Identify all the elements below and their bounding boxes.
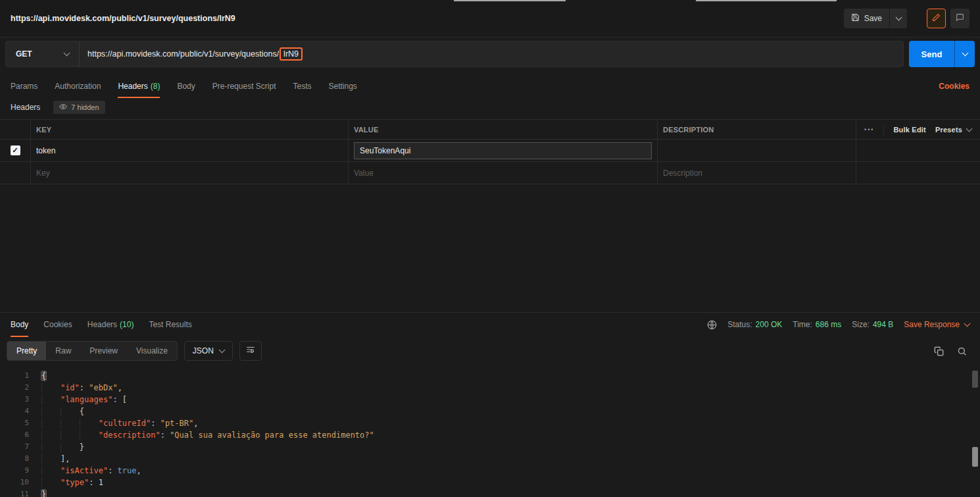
wrap-lines-button[interactable] [239,341,262,361]
tab-settings[interactable]: Settings [329,74,357,98]
chevron-down-icon [218,347,225,353]
response-header: Body Cookies Headers(10) Test Results St… [0,312,980,337]
presets-dropdown[interactable]: Presets [935,126,971,134]
eye-icon [59,103,67,112]
size-badge: Size:494 B [852,320,893,329]
status-badge: Status:200 OK [727,320,782,329]
tab-params[interactable]: Params [11,74,37,98]
new-description-input[interactable]: Description [658,162,856,184]
response-tab-body[interactable]: Body [11,313,28,337]
code-line: 1{ [0,370,980,382]
view-pretty[interactable]: Pretty [7,342,46,360]
response-headers-count: (10) [120,320,134,329]
hidden-headers-label: 7 hidden [71,103,99,111]
code-line: 3 "languages": [ [0,394,980,405]
send-button[interactable]: Send [909,41,954,67]
column-key: KEY [31,120,349,139]
headers-count: (8) [151,82,160,91]
code-line: 2 "id": "ebDx", [0,382,980,394]
divider [883,124,884,135]
column-description: DESCRIPTION [658,120,856,139]
code-line: 4 { [0,405,980,417]
view-preview[interactable]: Preview [80,342,127,360]
new-key-input[interactable]: Key [31,162,349,184]
code-line: 9 "isActive": true, [0,465,980,477]
tab-icon-buttons [927,9,969,28]
header-row-token: token SeuTokenAqui [0,140,980,162]
format-select[interactable]: JSON [184,341,233,361]
scrollbar-thumb[interactable] [972,371,978,388]
more-options-icon[interactable]: ••• [864,126,874,133]
method-label: GET [16,49,32,59]
tab-strip-decoration [696,0,837,1]
save-label: Save [864,14,882,23]
topbar-actions: Save [844,9,969,28]
response-code: 1{2 "id": "ebDx",3 "languages": [4 {5 "c… [0,370,980,497]
code-line: 10 "type": 1 [0,477,980,488]
pencil-icon [932,13,941,24]
row-actions-cell [856,162,980,184]
hidden-headers-toggle[interactable]: 7 hidden [53,101,105,114]
network-info-button[interactable] [707,320,717,330]
method-select[interactable]: GET [6,41,80,66]
send-options-button[interactable] [954,41,975,67]
view-raw[interactable]: Raw [46,342,80,360]
response-view-switch: Pretty Raw Preview Visualize [7,341,178,361]
topbar: https://api.movidesk.com/public/v1/surve… [0,0,980,38]
tab-strip-decoration [454,0,566,1]
tab-body[interactable]: Body [177,74,195,98]
select-all-cell [0,120,31,139]
comment-icon [956,13,964,24]
tab-headers[interactable]: Headers(8) [118,74,160,98]
comments-button[interactable] [950,9,969,28]
code-line: 11} [0,488,980,497]
bulk-edit-button[interactable]: Bulk Edit [893,126,925,134]
header-row-placeholder: Key Value Description [0,162,980,184]
copy-button[interactable] [934,346,944,356]
search-button[interactable] [957,346,967,356]
url-highlight-annotation: lrN9 [280,47,303,61]
code-line: 5 "cultureId": "pt-BR", [0,417,980,429]
response-tab-headers[interactable]: Headers(10) [87,313,134,337]
response-toolbar: Pretty Raw Preview Visualize JSON [0,337,980,365]
header-value-cell: SeuTokenAqui [349,140,658,161]
wrap-lines-icon [246,345,255,357]
send-button-group: Send [909,41,975,67]
row-checkbox[interactable] [11,145,20,155]
header-value-input[interactable]: SeuTokenAqui [354,142,652,159]
headers-section-header: Headers 7 hidden [0,98,980,119]
request-tabs: Params Authorization Headers(8) Body Pre… [0,74,980,98]
scrollbar-thumb-secondary[interactable] [972,447,978,467]
code-line: 6 "description": "Qual sua avaliação par… [0,429,980,441]
save-button-group: Save [844,9,907,28]
headers-table: KEY VALUE DESCRIPTION ••• Bulk Edit Pres… [0,119,980,184]
edit-button[interactable] [927,9,946,28]
request-tab-title[interactable]: https://api.movidesk.com/public/v1/surve… [11,14,235,23]
response-tab-test-results[interactable]: Test Results [149,313,191,337]
save-icon [851,13,860,24]
save-button[interactable]: Save [844,9,889,28]
chevron-down-icon [966,125,973,132]
tab-pre-request-script[interactable]: Pre-request Script [212,74,276,98]
time-badge: Time:686 ms [793,320,841,329]
save-options-button[interactable] [889,9,907,28]
cookies-link[interactable]: Cookies [939,82,969,91]
new-value-input[interactable]: Value [349,162,658,184]
header-description-cell[interactable] [658,140,856,161]
request-url-bar: GET https://api.movidesk.com/public/v1/s… [0,38,980,74]
save-response-button[interactable]: Save Response [904,320,969,329]
header-key-cell[interactable]: token [31,140,349,161]
url-input[interactable]: https://api.movidesk.com/public/v1/surve… [80,41,903,66]
url-bar: GET https://api.movidesk.com/public/v1/s… [5,41,904,67]
empty-area [0,184,980,312]
view-visualize[interactable]: Visualize [127,342,177,360]
tab-authorization[interactable]: Authorization [55,74,101,98]
tab-tests[interactable]: Tests [293,74,311,98]
response-tab-cookies[interactable]: Cookies [43,313,72,337]
row-checkbox-cell [0,162,31,184]
code-line: 8 ], [0,453,980,465]
table-controls: ••• Bulk Edit Presets [856,120,980,139]
scrollbar [971,371,978,492]
chevron-down-icon [64,50,70,57]
column-value: VALUE [349,120,658,139]
